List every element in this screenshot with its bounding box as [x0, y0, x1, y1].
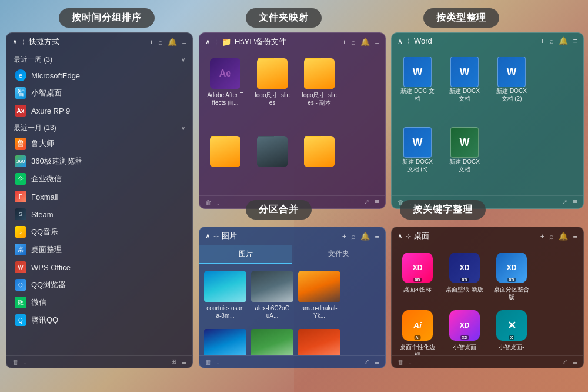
app-item-6[interactable]: ✕ X 小智桌面-: [490, 308, 533, 355]
partition-merge-grid: courtnie-tosana-8m... alex-b6C2oGuA... a…: [199, 264, 385, 355]
doc-icon-1: W: [403, 57, 432, 87]
file-item-ae-folder[interactable]: Ae Adobe After Effects 自...: [204, 56, 246, 129]
folder-yellow4-icon: [304, 136, 335, 167]
trash-icon[interactable]: 🗑: [205, 358, 212, 366]
bell-icon[interactable]: 🔔: [559, 36, 568, 45]
grid-icon[interactable]: ⊞: [171, 358, 176, 366]
file-item-folder6[interactable]: [298, 134, 340, 191]
list-item-wechat-work[interactable]: 企 企业微信: [6, 170, 192, 188]
edge-icon: e: [15, 69, 26, 81]
file-item-logo2[interactable]: logo尺寸_slices - 副本: [298, 56, 340, 129]
trash-icon[interactable]: 🗑: [12, 358, 19, 366]
menu-icon[interactable]: ≡: [573, 232, 577, 241]
app-item-4[interactable]: Ai Ai 桌面个性化边框: [396, 308, 439, 355]
search-icon[interactable]: ⌕: [351, 232, 356, 241]
doc-item-5[interactable]: W 新建 DOCX 文档: [443, 125, 486, 191]
expand-icon[interactable]: ⤢: [364, 358, 369, 366]
app-item-1[interactable]: XD XD 桌面ai图标: [396, 250, 439, 303]
partition-merge-header-actions: + ⌕ 🔔 ≡: [342, 232, 379, 241]
list-item-desktop-sort[interactable]: 桌 桌面整理: [6, 241, 192, 258]
list-item-wechat[interactable]: 微 微信: [6, 294, 192, 311]
group-recent-month[interactable]: 最近一月 (13) ∨: [6, 119, 192, 135]
doc-item-1[interactable]: W 新建 DOC 文档: [396, 54, 439, 120]
bell-icon[interactable]: 🔔: [360, 232, 370, 241]
app-item-2[interactable]: XD XD 桌面壁纸-新版: [443, 250, 486, 303]
search-icon[interactable]: ⌕: [158, 38, 163, 46]
img-item-3[interactable]: aman-dhakal-Yk...: [298, 269, 340, 322]
list-item-luda[interactable]: 鲁 鲁大师: [6, 135, 192, 152]
list-item-qq[interactable]: Q 腾讯QQ: [6, 311, 192, 329]
arrow-down-icon[interactable]: ↓: [216, 358, 220, 366]
img-item-4[interactable]: john-rodenn-ca...: [204, 327, 246, 355]
w-letter3: W: [507, 66, 517, 78]
doc-item-2[interactable]: W 新建 DOCX 文档: [443, 54, 486, 120]
bell-icon[interactable]: 🔔: [168, 38, 177, 46]
trash-icon[interactable]: 🗑: [205, 199, 212, 206]
menu-icon[interactable]: ≡: [375, 232, 379, 241]
list-icon[interactable]: ≣: [374, 358, 379, 366]
doc-item-4[interactable]: W 新建 DOCX 文档 (3): [396, 125, 439, 191]
group-recent-week[interactable]: 最近一周 (3) ∨: [6, 51, 192, 67]
plus-icon[interactable]: +: [540, 232, 545, 241]
img-item-6[interactable]: hellorf_2236799393: [298, 327, 340, 355]
menu-icon[interactable]: ≡: [182, 38, 186, 46]
bell-icon[interactable]: 🔔: [360, 38, 370, 46]
img-item-2[interactable]: alex-b6C2oGuA...: [251, 269, 293, 322]
file-item-folder5[interactable]: [251, 134, 293, 191]
360-label: 360极速浏览器: [31, 156, 82, 167]
list-item-xiaozhi[interactable]: 智 小智桌面: [6, 84, 192, 102]
file-item-folder4[interactable]: [204, 134, 246, 191]
list-item-foxmail[interactable]: F Foxmail: [6, 188, 192, 205]
menu-icon[interactable]: ≡: [573, 36, 577, 45]
chevron-up-icon: ∧: [397, 232, 403, 240]
app-item-5[interactable]: XD XD 小智桌面: [443, 308, 486, 355]
arrow-down-icon[interactable]: ↓: [24, 358, 27, 366]
img-thumb-lake: [251, 329, 293, 355]
list-item-microsoftedge[interactable]: e MicrosoftEdge: [6, 67, 192, 84]
list-item-axure[interactable]: Ax Axure RP 9: [6, 102, 192, 119]
search-icon[interactable]: ⌕: [549, 36, 554, 45]
img-item-5[interactable]: hellorf_2235347686: [251, 327, 293, 355]
list-item-qq-browser[interactable]: Q QQ浏览器: [6, 276, 192, 294]
search-icon[interactable]: ⌕: [549, 232, 554, 241]
tab-folders[interactable]: 文件夹: [292, 245, 385, 264]
list-icon[interactable]: ≣: [572, 358, 577, 366]
arrow-down-icon[interactable]: ↓: [216, 199, 220, 206]
trash-icon[interactable]: 🗑: [397, 358, 404, 366]
list-item-wps[interactable]: W WPS Office: [6, 258, 192, 276]
img-item-1[interactable]: courtnie-tosana-8m...: [204, 269, 246, 322]
360-icon: 360: [15, 155, 26, 167]
type-sort-panel: ∧ ⊹ Word + ⌕ 🔔 ≡ W 新建 DOC 文档 W 新建 DOCX 文…: [391, 32, 584, 209]
expand-icon[interactable]: ⤢: [562, 198, 567, 206]
folder4-thumb: [210, 136, 240, 167]
tab-images[interactable]: 图片: [199, 245, 292, 264]
list-item-qq-music[interactable]: ♪ QQ音乐: [6, 223, 192, 241]
list-item-360[interactable]: 360 360极速浏览器: [6, 152, 192, 170]
partition-merge-tabs: 图片 文件夹: [199, 245, 385, 264]
keyword-sort-grid: XD XD 桌面ai图标 XD XD 桌面壁纸-新版 XD XD 桌面分区整合版…: [392, 245, 583, 355]
doc3-label: 新建 DOCX 文档 (2): [493, 87, 530, 102]
menu-icon[interactable]: ≡: [375, 38, 379, 46]
app2-label: 桌面壁纸-新版: [446, 285, 483, 293]
bell-icon[interactable]: 🔔: [559, 232, 568, 241]
label-time-sort: 按时间分组排序: [59, 8, 155, 28]
plus-icon[interactable]: +: [540, 36, 545, 45]
doc-item-3[interactable]: W 新建 DOCX 文档 (2): [490, 54, 533, 120]
plus-icon[interactable]: +: [149, 38, 154, 46]
pin-icon: ⊹: [406, 232, 411, 240]
plus-icon[interactable]: +: [342, 38, 347, 46]
plus-icon[interactable]: +: [342, 232, 347, 241]
arrow-down-icon[interactable]: ↓: [409, 358, 412, 366]
expand-icon[interactable]: ⤢: [562, 358, 567, 366]
expand-icon[interactable]: ⤢: [364, 198, 369, 206]
qq-browser-icon: Q: [15, 279, 26, 291]
list-icon[interactable]: ≣: [374, 198, 379, 206]
list-icon[interactable]: ≣: [181, 358, 186, 366]
list-icon[interactable]: ≣: [572, 198, 577, 206]
doc1-label: 新建 DOC 文档: [399, 87, 436, 102]
list-item-steam[interactable]: S Steam: [6, 205, 192, 223]
file-item-logo1[interactable]: logo尺寸_slices: [251, 56, 293, 129]
search-icon[interactable]: ⌕: [351, 38, 356, 46]
app-item-3[interactable]: XD XD 桌面分区整合版: [490, 250, 533, 303]
w-letter4: W: [413, 137, 423, 149]
